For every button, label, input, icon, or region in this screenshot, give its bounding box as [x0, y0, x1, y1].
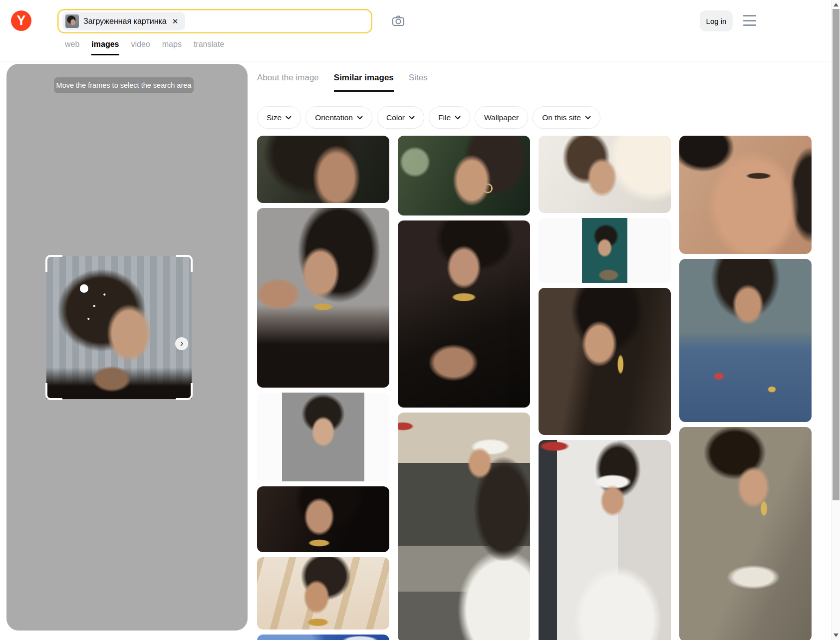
menu-button[interactable] [743, 15, 756, 26]
filter-wallpaper[interactable]: Wallpaper [475, 106, 528, 129]
crop-corner-bottom-right[interactable] [176, 383, 193, 400]
nav-tab-images[interactable]: images [91, 40, 119, 55]
nav-tab-video[interactable]: video [131, 40, 150, 55]
yandex-logo[interactable]: Y [11, 10, 31, 31]
results-column-4 [679, 136, 812, 640]
tab-similar-images[interactable]: Similar images [334, 73, 394, 92]
chevron-down-icon [455, 116, 461, 120]
similar-image-6[interactable] [257, 635, 389, 640]
similar-image-13[interactable] [539, 440, 671, 640]
similar-image-8[interactable] [398, 220, 530, 408]
scroll-down-arrow-icon[interactable] [834, 634, 839, 637]
chevron-down-icon [285, 116, 291, 120]
similar-image-2[interactable] [257, 208, 389, 388]
similar-image-9[interactable] [398, 413, 530, 640]
results-tabs: About the image Similar images Sites [257, 73, 428, 92]
nav-tab-web[interactable]: web [65, 40, 79, 55]
uploaded-image-chip-label: Загруженная картинка [83, 17, 167, 26]
similar-image-15[interactable] [679, 259, 812, 422]
results-tabs-divider [257, 98, 812, 98]
uploaded-image-preview[interactable]: › [46, 256, 192, 399]
search-input[interactable]: Загруженная картинка ✕ [57, 9, 372, 33]
results-column-1 [257, 136, 389, 640]
scrollbar-thumb[interactable] [833, 9, 840, 500]
filter-size[interactable]: Size [257, 106, 301, 129]
chevron-right-icon: › [180, 337, 184, 348]
filter-color[interactable]: Color [377, 106, 424, 129]
remove-uploaded-image-icon[interactable]: ✕ [171, 16, 180, 27]
similar-image-7[interactable] [398, 136, 530, 215]
crop-corner-bottom-left[interactable] [45, 383, 62, 400]
chevron-down-icon [585, 116, 591, 120]
similar-image-12[interactable] [539, 288, 671, 435]
filter-on-this-site[interactable]: On this site [533, 106, 600, 129]
similar-image-10[interactable] [539, 136, 671, 213]
page-scrollbar[interactable] [831, 0, 840, 640]
scroll-up-arrow-icon[interactable] [834, 3, 839, 6]
similar-image-4[interactable] [257, 486, 389, 552]
similar-image-11[interactable] [539, 218, 671, 283]
uploaded-image-panel: Move the frames to select the search are… [6, 64, 248, 631]
nav-tab-maps[interactable]: maps [162, 40, 182, 55]
yandex-logo-letter: Y [16, 13, 25, 28]
header: Y Загруженная картинка ✕ Log in web imag… [0, 0, 831, 61]
similar-image-16[interactable] [679, 427, 812, 640]
image-search-camera-button[interactable] [391, 13, 406, 28]
crop-handle-dot[interactable] [80, 284, 88, 293]
tab-sites[interactable]: Sites [409, 73, 428, 92]
header-nav: web images video maps translate [65, 40, 224, 55]
tab-about-the-image[interactable]: About the image [257, 73, 319, 92]
similar-image-14[interactable] [679, 136, 812, 254]
filter-bar: Size Orientation Color File Wallpaper On… [257, 106, 600, 129]
camera-icon [391, 13, 406, 28]
crop-corner-top-left[interactable] [45, 255, 62, 272]
uploaded-image-chip[interactable]: Загруженная картинка ✕ [62, 12, 185, 30]
hamburger-icon [743, 15, 756, 16]
crop-corner-top-right[interactable] [176, 255, 193, 272]
nav-tab-translate[interactable]: translate [194, 40, 224, 55]
results-column-2 [398, 136, 530, 640]
login-button[interactable]: Log in [700, 10, 733, 31]
crop-hint-tooltip: Move the frames to select the search are… [54, 77, 194, 93]
next-image-button[interactable]: › [175, 337, 188, 350]
similar-image-1[interactable] [257, 136, 389, 203]
similar-image-3[interactable] [257, 393, 389, 481]
similar-image-5[interactable] [257, 557, 389, 630]
results-column-3 [539, 136, 671, 640]
chevron-down-icon [409, 116, 415, 120]
uploaded-image-thumbnail [65, 14, 79, 28]
filter-file[interactable]: File [429, 106, 470, 129]
filter-orientation[interactable]: Orientation [305, 106, 372, 129]
chevron-down-icon [357, 116, 363, 120]
